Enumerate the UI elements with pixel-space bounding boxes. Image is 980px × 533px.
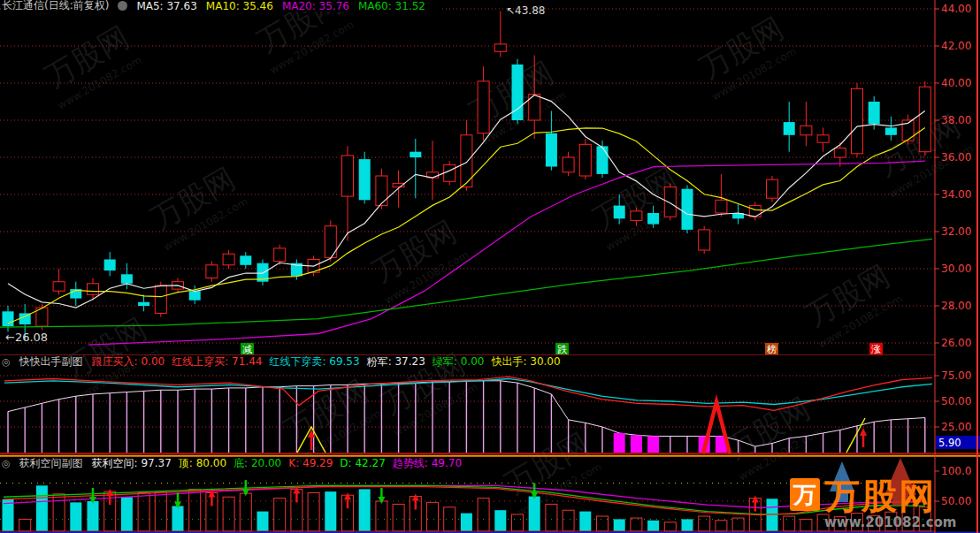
profit-bar-red	[274, 499, 286, 531]
candle-down	[3, 311, 14, 326]
candle-up	[579, 144, 591, 176]
profit-bar-cyan	[257, 512, 269, 531]
profit-bar-cyan	[529, 497, 540, 531]
candle-up	[444, 164, 456, 181]
axis-label: 44.00	[941, 3, 971, 15]
indicator-value: MA20: 35.76	[282, 0, 349, 12]
candle-up	[749, 206, 761, 217]
indicator-value: MA60: 31.52	[358, 0, 425, 12]
profit-bar-cyan	[325, 491, 336, 531]
candle-down	[885, 127, 897, 134]
candle-up	[834, 148, 846, 158]
chart-canvas: 万股网www.201082.com万股网www.201082.com万股网www…	[0, 0, 980, 533]
axis-label: 100.0	[941, 465, 971, 477]
profit-bar-red	[393, 504, 404, 531]
candle-down	[121, 274, 133, 284]
indicator-value: D: 42.27	[340, 457, 385, 469]
trend-line	[4, 485, 925, 507]
candle-down	[784, 122, 795, 135]
candle-up	[88, 284, 99, 295]
candle-down	[869, 102, 880, 124]
axis-label: 30.00	[941, 263, 971, 275]
profit-bar-red	[308, 492, 319, 531]
logo-url-text: www.201082.com	[824, 514, 956, 530]
candle-up	[376, 176, 387, 206]
candle-up	[494, 44, 506, 51]
candle-up	[274, 248, 286, 262]
profit-bar-cyan	[647, 521, 659, 531]
profit-bar-red	[189, 489, 201, 531]
low-annotation: ←26.08	[5, 331, 48, 344]
stock-app-window: 万股网www.201082.com万股网www.201082.com万股网www…	[0, 0, 980, 533]
axis-label: 34.00	[941, 188, 971, 201]
candle-down	[597, 146, 609, 174]
indicator-value: 底: 20.00	[234, 456, 281, 471]
panel2-legend: 跟庄买入: 0.00红线上穿买: 71.44红线下穿卖: 69.53粉军: 37…	[92, 354, 568, 369]
candle-up	[852, 88, 863, 154]
panel3-header: ◎ 获利空间副图 获利空间: 97.37顶: 80.00底: 20.00K: 4…	[2, 457, 469, 470]
profit-bar-red	[444, 507, 456, 531]
profit-bar-cyan	[70, 502, 81, 531]
ma-legend: MA5: 37.63MA10: 35.46MA20: 35.76MA60: 31…	[136, 0, 434, 12]
collapse-icon[interactable]: ◎	[2, 356, 11, 368]
logo-box-glyph: 万	[792, 482, 816, 508]
candle-down	[138, 302, 149, 306]
candle-down	[647, 213, 659, 225]
axis-label: 38.00	[941, 114, 971, 126]
profit-bar-red	[19, 519, 31, 531]
sell-arrow-head	[242, 489, 249, 496]
panel2-title[interactable]: 快快出手副图	[19, 354, 83, 369]
indicator-value: 顶: 80.00	[179, 456, 226, 471]
candle-up	[478, 81, 489, 133]
candle-down	[682, 189, 693, 230]
axis-label: 42.00	[941, 40, 971, 52]
profit-bar-red	[546, 504, 557, 531]
logo-brand-text: 万股网	[823, 476, 936, 516]
indicator-value: 粉军: 37.23	[367, 354, 425, 369]
candle-up	[155, 286, 166, 314]
candle-down	[240, 255, 251, 265]
candle-up	[699, 230, 710, 250]
profit-bar-cyan	[579, 512, 591, 531]
profit-bar-red	[597, 516, 609, 531]
indicator-value: 红线下穿卖: 69.53	[269, 354, 359, 369]
profit-bar-red	[563, 510, 574, 531]
profit-bar-cyan	[682, 519, 693, 531]
axis-label: 50.00	[941, 495, 971, 507]
marker-char: 涨	[871, 344, 881, 355]
magenta-block	[631, 435, 642, 453]
magenta-block	[614, 433, 625, 453]
right-arrow-head	[860, 428, 867, 436]
profit-bar-red	[240, 493, 251, 531]
buy-arrow-head	[106, 489, 113, 496]
candle-up	[767, 179, 778, 198]
candle-up	[206, 265, 218, 278]
axis-label: 40.00	[941, 77, 971, 89]
profit-bar-cyan	[121, 497, 133, 531]
candle-up	[223, 254, 234, 265]
high-annotation: ↖43.88	[506, 4, 545, 17]
profit-bar-red	[732, 518, 744, 531]
indicator-value: 跟庄买入: 0.00	[92, 354, 165, 369]
panel3-legend: 获利空间: 97.37顶: 80.00底: 20.00K: 49.29D: 42…	[92, 456, 469, 471]
sell-arrow-head	[378, 497, 385, 504]
d-line	[4, 485, 925, 514]
buy-arrow-head	[344, 492, 351, 499]
candle-up	[563, 157, 574, 172]
panel3-title[interactable]: 获利空间副图	[19, 456, 83, 471]
axis-label: 50.00	[941, 395, 971, 407]
profit-bar-cyan	[461, 514, 472, 531]
value-badge-text: 5.90	[938, 437, 961, 449]
indicator-value: MA5: 37.63	[136, 0, 196, 12]
candle-up	[631, 211, 642, 221]
theme-circle-icon[interactable]	[118, 1, 127, 11]
panel2-header: ◎ 快快出手副图 跟庄买入: 0.00红线上穿买: 71.44红线下穿卖: 69…	[2, 355, 568, 369]
candle-down	[546, 133, 557, 167]
collapse-icon[interactable]: ◎	[2, 458, 11, 469]
magenta-block	[647, 436, 659, 453]
candle-up	[919, 87, 930, 152]
profit-bar-red	[478, 499, 489, 531]
profit-bar-red	[53, 494, 65, 531]
marker-char: 榜	[767, 344, 777, 355]
candle-down	[410, 152, 421, 157]
